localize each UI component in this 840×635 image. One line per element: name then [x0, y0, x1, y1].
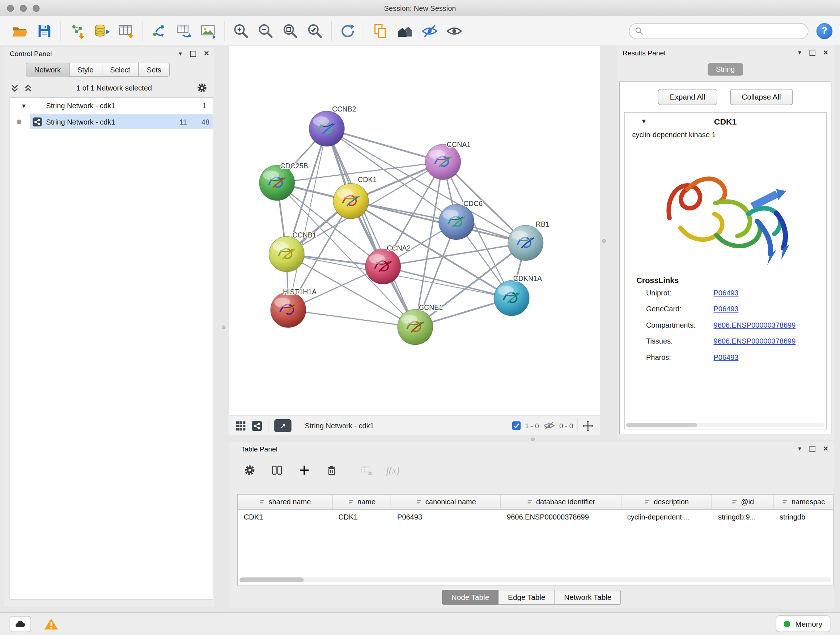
network-node-CDC6[interactable]	[439, 204, 474, 240]
gear-icon[interactable]	[196, 82, 208, 94]
zoom-window-button[interactable]	[33, 5, 39, 11]
panel-menu-icon[interactable]: ▾	[798, 49, 801, 56]
network-node-CCNE1[interactable]	[398, 309, 433, 345]
zoom-out-button[interactable]	[253, 19, 278, 43]
horizontal-scrollbar[interactable]	[626, 423, 824, 427]
network-graph[interactable]: CCNB2CCNA1CDC25BCDK1CDC6RB1CCNB1CCNA2CDK…	[229, 46, 600, 415]
new-network-button[interactable]	[147, 19, 172, 43]
disclosure-triangle-icon[interactable]: ▼	[21, 103, 27, 109]
warnings-button[interactable]	[44, 617, 58, 630]
network-collection-row[interactable]: ▼ String Network - cdk1 1	[10, 98, 213, 114]
tab-style[interactable]: Style	[69, 63, 101, 77]
tab-node-table[interactable]: Node Table	[442, 590, 498, 605]
home-button[interactable]	[393, 19, 417, 43]
panel-menu-icon[interactable]: ▾	[179, 50, 182, 57]
tissues-link[interactable]: 9606.ENSP00000378699	[714, 337, 796, 345]
grid-view-icon[interactable]	[236, 421, 246, 431]
cell-description[interactable]: cyclin-dependent ...	[621, 510, 712, 524]
network-node-HIST1H1A[interactable]	[271, 292, 306, 328]
genecard-link[interactable]: P06493	[714, 305, 739, 313]
pan-crosshair-icon[interactable]	[583, 420, 594, 431]
column-header[interactable]: database identifier	[501, 495, 622, 509]
zoom-selected-button[interactable]	[303, 19, 327, 43]
show-columns-button[interactable]	[270, 463, 284, 478]
import-network-database-button[interactable]	[89, 19, 114, 43]
pharos-link[interactable]: P06493	[714, 353, 739, 361]
network-node-CCNB2[interactable]	[309, 111, 344, 147]
duplicate-network-button[interactable]	[368, 19, 393, 43]
network-canvas[interactable]: CCNB2CCNA1CDC25BCDK1CDC6RB1CCNB1CCNA2CDK…	[229, 46, 600, 415]
save-session-button[interactable]	[32, 19, 57, 43]
tab-sets[interactable]: Sets	[138, 63, 170, 77]
cell-shared-name[interactable]: CDK1	[238, 510, 333, 524]
string-tab-badge[interactable]: String	[708, 63, 743, 76]
zoom-fit-button[interactable]	[278, 19, 303, 43]
collapse-all-button[interactable]: Collapse All	[730, 89, 793, 105]
zoom-in-button[interactable]	[229, 19, 253, 43]
column-header[interactable]: canonical name	[392, 495, 501, 509]
table-row[interactable]: CDK1 CDK1 P06493 9606.ENSP00000378699 cy…	[238, 510, 833, 524]
splitter-handle[interactable]	[602, 239, 606, 242]
column-header[interactable]: namespac	[774, 495, 833, 509]
network-node-CCNA2[interactable]	[365, 249, 401, 284]
network-edge[interactable]	[288, 128, 327, 310]
network-node-CDC25B[interactable]	[259, 165, 295, 201]
network-node-CDKN1A[interactable]	[494, 280, 529, 316]
panel-close-icon[interactable]: ×	[204, 49, 209, 58]
selected-checkbox-icon[interactable]	[512, 421, 521, 430]
uniprot-link[interactable]: P06493	[714, 288, 739, 296]
splitter-handle[interactable]	[222, 325, 225, 329]
help-button[interactable]: ?	[816, 23, 832, 39]
network-edge[interactable]	[351, 201, 526, 243]
column-header[interactable]: shared name	[238, 495, 333, 509]
network-node-CCNB1[interactable]	[269, 236, 304, 272]
cell-database-identifier[interactable]: 9606.ENSP00000378699	[501, 510, 622, 524]
network-edge[interactable]	[288, 310, 415, 327]
delete-column-button[interactable]	[324, 463, 339, 478]
import-table-button[interactable]	[114, 19, 139, 43]
panel-close-icon[interactable]: ×	[823, 48, 829, 57]
network-edge[interactable]	[327, 128, 443, 162]
apply-layout-button[interactable]	[335, 19, 360, 43]
minimize-window-button[interactable]	[20, 5, 27, 11]
share-network-icon[interactable]	[252, 421, 262, 431]
close-window-button[interactable]	[7, 5, 14, 11]
network-node-RB1[interactable]	[508, 225, 543, 261]
network-node-CCNA1[interactable]	[425, 144, 461, 180]
compartments-link[interactable]: 9606.ENSP00000378699	[714, 321, 796, 329]
export-image-button[interactable]	[196, 19, 221, 43]
expand-all-button[interactable]: Expand All	[658, 89, 717, 105]
tab-network-table[interactable]: Network Table	[554, 590, 621, 605]
panel-float-icon[interactable]	[809, 446, 815, 451]
cell-name[interactable]: CDK1	[332, 510, 392, 524]
horizontal-scrollbar[interactable]	[240, 578, 831, 582]
table-settings-button[interactable]	[242, 463, 257, 478]
network-node-CDK1[interactable]	[333, 183, 369, 219]
tab-select[interactable]: Select	[102, 63, 138, 77]
column-header[interactable]: @id	[712, 495, 774, 509]
scrollbar-thumb[interactable]	[240, 578, 304, 582]
add-column-button[interactable]	[297, 463, 311, 478]
cloud-button[interactable]	[10, 616, 31, 632]
panel-close-icon[interactable]: ×	[823, 445, 829, 453]
column-header[interactable]: name	[332, 495, 392, 509]
panel-float-icon[interactable]	[190, 51, 196, 57]
show-all-button[interactable]	[442, 19, 467, 43]
new-table-button[interactable]	[172, 19, 196, 43]
search-box[interactable]	[629, 23, 808, 39]
cell-canonical-name[interactable]: P06493	[392, 510, 501, 524]
cell-id[interactable]: stringdb:9...	[712, 510, 774, 524]
open-session-button[interactable]	[8, 19, 32, 43]
search-input[interactable]	[647, 27, 802, 35]
network-row-selected[interactable]: String Network - cdk1 11 48	[10, 114, 213, 130]
splitter-handle[interactable]	[531, 437, 535, 441]
panel-menu-icon[interactable]: ▾	[798, 446, 801, 452]
hidden-eye-icon[interactable]	[543, 421, 555, 431]
column-header[interactable]: description	[621, 495, 712, 509]
collapse-all-icon[interactable]	[11, 84, 19, 92]
cell-namespace[interactable]: stringdb	[774, 510, 833, 524]
import-network-file-button[interactable]	[65, 19, 89, 43]
tab-edge-table[interactable]: Edge Table	[498, 590, 554, 605]
expand-all-icon[interactable]	[24, 84, 32, 92]
hide-selected-button[interactable]	[417, 19, 442, 43]
